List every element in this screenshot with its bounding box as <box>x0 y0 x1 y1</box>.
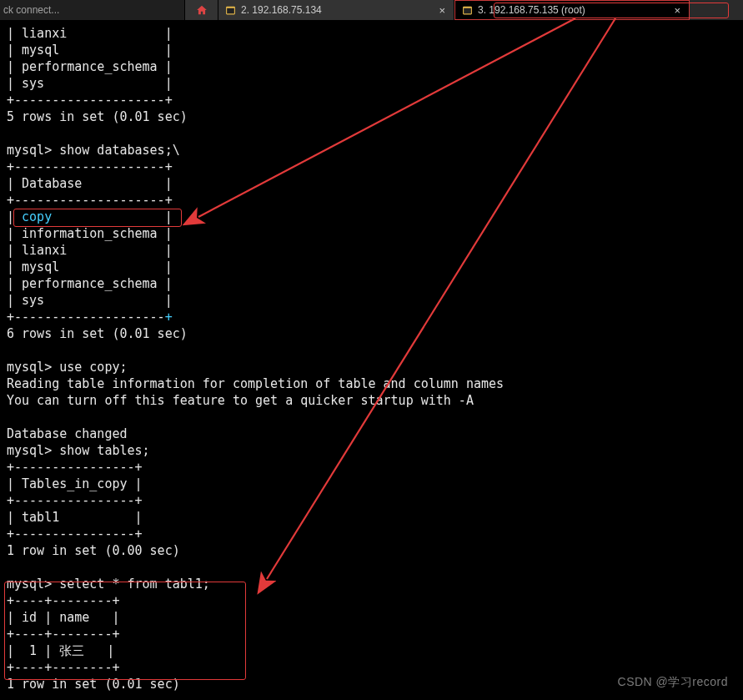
terminal-line: You can turn off this feature to get a q… <box>7 393 474 408</box>
terminal-icon <box>225 5 236 16</box>
terminal-line: | copy | <box>7 209 173 224</box>
terminal-line: 6 rows in set (0.01 sec) <box>7 326 188 341</box>
home-tab[interactable] <box>185 0 218 20</box>
terminal-line: mysql> show tables; <box>7 443 150 458</box>
terminal-line: +----+--------+ <box>7 660 119 675</box>
db-copy-highlight: copy <box>22 209 52 224</box>
tab-3-label: 3. 192.168.75.135 (root) <box>478 4 667 16</box>
watermark: CSDN @学习record <box>618 675 728 690</box>
terminal-line: | sys | <box>7 293 173 308</box>
terminal-line: +--------------------+ <box>7 159 173 174</box>
terminal-line: | id | name | <box>7 610 119 625</box>
terminal-line: | Database | <box>7 176 173 191</box>
terminal-line: mysql> use copy; <box>7 360 128 375</box>
terminal-line: 1 row in set (0.00 sec) <box>7 543 180 558</box>
terminal-line: +--------------------+ <box>7 193 173 208</box>
terminal-line: +----+--------+ <box>7 627 119 642</box>
terminal-line: 1 row in set (0.01 sec) <box>7 677 180 692</box>
terminal-line: | 1 | 张三 | <box>7 643 114 658</box>
terminal-line: +--------------------+ <box>7 310 173 325</box>
terminal-line: +----------------+ <box>7 493 143 508</box>
terminal-output[interactable]: | lianxi | | mysql | | performance_schem… <box>0 20 743 700</box>
home-icon <box>196 4 208 16</box>
terminal-line: | Tables_in_copy | <box>7 476 143 491</box>
terminal-line: +----+--------+ <box>7 593 119 608</box>
terminal-line: mysql> select * from tabl1; <box>7 577 210 592</box>
svg-rect-3 <box>464 8 471 13</box>
terminal-line: +--------------------+ <box>7 93 173 108</box>
close-icon[interactable]: × <box>437 5 447 16</box>
close-icon[interactable]: × <box>672 5 682 16</box>
quick-connect-hint[interactable]: ck connect... <box>0 0 185 20</box>
terminal-line: | performance_schema | <box>7 59 173 74</box>
terminal-line: +----------------+ <box>7 526 143 541</box>
terminal-line: 5 rows in set (0.01 sec) <box>7 109 188 124</box>
terminal-line: | information_schema | <box>7 226 173 241</box>
terminal-line: | lianxi | <box>7 26 173 41</box>
terminal-icon <box>462 5 473 16</box>
quick-connect-text: ck connect... <box>3 4 59 16</box>
terminal-line: | mysql | <box>7 259 173 274</box>
tab-bar: ck connect... 2. 192.168.75.134 × 3. 192… <box>0 0 743 20</box>
terminal-line: +----------------+ <box>7 460 143 475</box>
tab-2[interactable]: 2. 192.168.75.134 × <box>218 0 454 20</box>
tab-3-active[interactable]: 3. 192.168.75.135 (root) × <box>454 0 690 20</box>
terminal-line: | sys | <box>7 76 173 91</box>
terminal-line: Reading table information for completion… <box>7 376 504 391</box>
terminal-line: | mysql | <box>7 43 173 58</box>
terminal-line: | lianxi | <box>7 243 173 258</box>
tab-2-label: 2. 192.168.75.134 <box>241 4 432 16</box>
terminal-line: mysql> show databases;\ <box>7 143 180 158</box>
terminal-line: | performance_schema | <box>7 276 173 291</box>
svg-rect-1 <box>227 8 234 13</box>
terminal-line: Database changed <box>7 426 128 441</box>
terminal-line: | tabl1 | <box>7 510 143 525</box>
